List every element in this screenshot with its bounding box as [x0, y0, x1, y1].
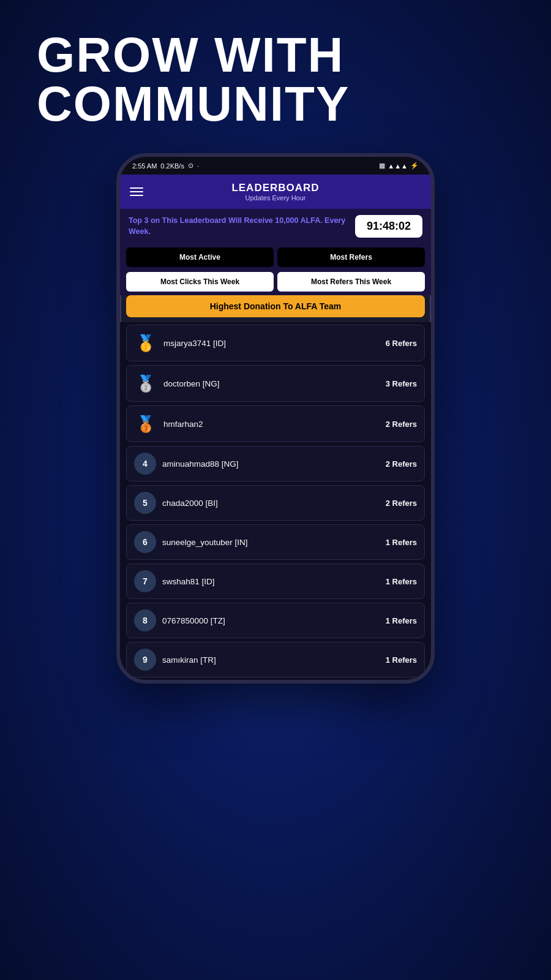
username-9: samıkiran [TR]	[162, 655, 380, 665]
table-row: 9 samıkiran [TR] 1 Refers	[126, 642, 425, 677]
filter-row-1: Most Active Most Refers	[120, 244, 431, 271]
rank-circle-7: 7	[134, 570, 156, 592]
rank-circle-6: 6	[134, 531, 156, 553]
hero-line2: COMMUNITY	[37, 77, 350, 131]
rank-medal-1: 🥇	[134, 331, 157, 355]
phone-frame: 2:55 AM 0.2KB/s ⊙ · ▦ ▲▲▲ ⚡ LEADERBOARD …	[116, 153, 435, 684]
header-title-group: LEADERBOARD Updates Every Hour	[231, 182, 319, 202]
menu-icon[interactable]	[130, 187, 143, 196]
score-9: 1 Refers	[386, 655, 417, 665]
score-7: 1 Refers	[386, 577, 417, 586]
table-row: 🥉 hmfarhan2 2 Refers	[126, 405, 425, 442]
hero-title: GROW WITH COMMUNITY	[0, 0, 551, 141]
status-battery-icon: ⚡	[410, 162, 419, 170]
table-row: 7 swshah81 [ID] 1 Refers	[126, 564, 425, 599]
header-title: LEADERBOARD	[231, 182, 319, 194]
score-4: 2 Refers	[386, 459, 417, 469]
username-7: swshah81 [ID]	[162, 577, 380, 586]
rank-medal-3: 🥉	[134, 412, 157, 435]
banner-row: Top 3 on This Leaderboard Will Receive 1…	[120, 209, 431, 244]
status-bar: 2:55 AM 0.2KB/s ⊙ · ▦ ▲▲▲ ⚡	[120, 157, 431, 175]
status-dot: ·	[197, 162, 199, 170]
username-5: chada2000 [BI]	[162, 499, 380, 508]
status-signal-icon: ⊙	[188, 162, 193, 170]
hero-line1: GROW WITH	[37, 28, 344, 82]
table-row: 🥇 msjarya3741 [ID] 6 Refers	[126, 325, 425, 361]
filter-most-refers-week[interactable]: Most Refers This Week	[277, 272, 425, 292]
table-row: 🥈 doctorben [NG] 3 Refers	[126, 365, 425, 402]
username-3: hmfarhan2	[163, 420, 380, 429]
rank-circle-5: 5	[134, 492, 156, 514]
status-network-icon: ▲▲▲	[388, 162, 408, 170]
rank-medal-2: 🥈	[134, 372, 157, 395]
status-sim-icon: ▦	[379, 162, 385, 170]
table-row: 6 suneelge_youtuber [IN] 1 Refers	[126, 524, 425, 560]
score-2: 3 Refers	[386, 379, 417, 388]
filter-most-refers[interactable]: Most Refers	[277, 247, 425, 267]
table-row: 4 aminuahmad88 [NG] 2 Refers	[126, 446, 425, 481]
username-1: msjarya3741 [ID]	[163, 339, 380, 348]
leaderboard-list: 🥇 msjarya3741 [ID] 6 Refers 🥈 doctorben …	[120, 322, 431, 680]
username-6: suneelge_youtuber [IN]	[162, 538, 380, 547]
filter-row-2: Most Clicks This Week Most Refers This W…	[120, 271, 431, 295]
rank-circle-8: 8	[134, 609, 156, 631]
score-1: 6 Refers	[386, 339, 417, 348]
rank-circle-9: 9	[134, 649, 156, 671]
filter-most-active[interactable]: Most Active	[126, 247, 274, 267]
username-8: 0767850000 [TZ]	[162, 616, 380, 625]
username-4: aminuahmad88 [NG]	[162, 459, 380, 469]
rank-circle-4: 4	[134, 453, 156, 475]
countdown-timer: 91:48:02	[355, 215, 422, 238]
status-time: 2:55 AM	[132, 162, 157, 170]
status-speed: 0.2KB/s	[160, 162, 184, 170]
header-subtitle: Updates Every Hour	[231, 194, 319, 202]
banner-text: Top 3 on This Leaderboard Will Receive 1…	[129, 216, 349, 237]
phone-mockup: 2:55 AM 0.2KB/s ⊙ · ▦ ▲▲▲ ⚡ LEADERBOARD …	[116, 153, 435, 684]
score-5: 2 Refers	[386, 499, 417, 508]
score-8: 1 Refers	[386, 616, 417, 625]
table-row: 5 chada2000 [BI] 2 Refers	[126, 485, 425, 521]
score-3: 2 Refers	[386, 420, 417, 429]
filter-most-clicks-week[interactable]: Most Clicks This Week	[126, 272, 274, 292]
username-2: doctorben [NG]	[163, 379, 380, 388]
table-row: 8 0767850000 [TZ] 1 Refers	[126, 603, 425, 638]
highlight-donation-btn[interactable]: Highest Donation To ALFA Team	[126, 295, 425, 317]
app-header: LEADERBOARD Updates Every Hour	[120, 175, 431, 209]
score-6: 1 Refers	[386, 538, 417, 547]
